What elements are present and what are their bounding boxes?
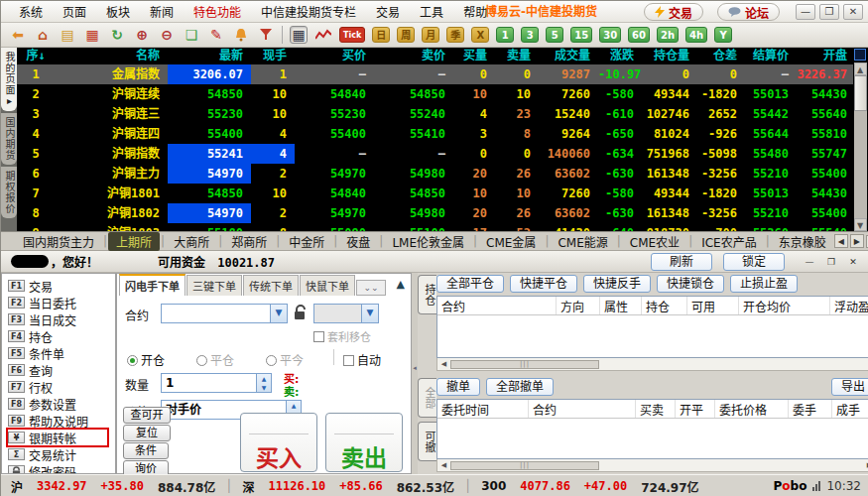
chart-icon[interactable] xyxy=(314,26,332,44)
reset-button[interactable]: 复位 xyxy=(123,425,171,441)
contract-combobox[interactable]: ▼ xyxy=(161,304,288,323)
positions-button-快捷锁仓[interactable]: 快捷锁仓 xyxy=(657,275,724,293)
positions-column-浮动盈亏[interactable]: 浮动盈亏 xyxy=(830,297,868,314)
quote-row[interactable]: 2沪铜连续5485010548405485010107260-58049344-… xyxy=(17,84,855,104)
buy-button[interactable]: 买入 xyxy=(240,413,317,472)
market-tab-CME农业[interactable]: CME农业 xyxy=(622,232,687,251)
interval-button-15[interactable]: 15 xyxy=(570,27,592,43)
positions-hscrollbar[interactable]: ◀ ||| ▶ xyxy=(436,358,868,371)
order-tab-快鼠下单[interactable]: 快鼠下单 xyxy=(300,275,355,296)
tree-item-持仓[interactable]: F4持仓 xyxy=(8,328,115,344)
column-header-11[interactable]: 仓差 xyxy=(697,48,745,64)
trade-minimize-icon[interactable]: — xyxy=(802,255,817,268)
orders-column-开平[interactable]: 开平 xyxy=(676,400,715,418)
pen-icon[interactable]: ✎ xyxy=(207,26,225,44)
menu-item-新闻[interactable]: 新闻 xyxy=(140,3,184,20)
lock-button[interactable]: 锁定 xyxy=(723,253,785,271)
tree-item-条件单[interactable]: F5条件单 xyxy=(8,345,115,361)
menu-item-工具[interactable]: 工具 xyxy=(410,3,453,20)
market-tab-ICE农产品[interactable]: ICE农产品 xyxy=(693,232,765,251)
tree-item-参数设置[interactable]: F8参数设置 xyxy=(8,396,115,412)
tree-item-行权[interactable]: F7行权 xyxy=(8,379,115,395)
positions-column-可用[interactable]: 可用 xyxy=(687,297,739,314)
scroll-left-icon[interactable]: ◀ xyxy=(437,460,450,471)
quote-row[interactable]: 9沪铜18035518085509055100175241430-6409187… xyxy=(17,223,855,231)
home-icon[interactable]: ⌂ xyxy=(34,26,52,44)
unlock-icon[interactable] xyxy=(294,305,308,323)
menu-item-板块[interactable]: 板块 xyxy=(96,3,140,20)
quote-row[interactable]: 6沪铜主力5497025497054980202663602-630161348… xyxy=(17,164,855,184)
sell-button[interactable]: 卖出 xyxy=(325,413,403,472)
orders-column-合约[interactable]: 合约 xyxy=(529,400,636,418)
order-tab-闪电手下单[interactable]: 闪电手下单 xyxy=(119,274,186,296)
column-header-5[interactable]: 卖价 xyxy=(374,48,453,64)
scroll-right-icon[interactable]: ▶ xyxy=(863,460,868,471)
blocks-icon[interactable]: ❏ xyxy=(183,26,200,44)
condition-button[interactable]: 条件 xyxy=(123,442,169,459)
positions-button-止损止盈[interactable]: 止损止盈 xyxy=(730,275,798,293)
column-header-2[interactable]: 最新 xyxy=(168,48,251,64)
orders-column-成手[interactable]: 成手 xyxy=(832,400,868,418)
back-icon[interactable]: ⬅ xyxy=(9,26,27,44)
refresh-icon[interactable]: ↻ xyxy=(108,26,126,44)
column-header-12[interactable]: 结算价 xyxy=(745,48,797,64)
quote-row[interactable]: 7沪铜18015485010548405485010107260-5804934… xyxy=(17,184,855,203)
market-tab-郑商所[interactable]: 郑商所 xyxy=(223,232,275,251)
market-tab-国内期货主力[interactable]: 国内期货主力 xyxy=(15,232,102,251)
arbitrage-checkbox[interactable]: 套利移仓 xyxy=(313,328,371,344)
menu-item-交易[interactable]: 交易 xyxy=(366,3,410,20)
secondary-combobox[interactable]: ▼ xyxy=(313,304,379,323)
tree-item-银期转帐[interactable]: ¥银期转帐 xyxy=(8,430,107,445)
interval-button-30[interactable]: 30 xyxy=(599,27,621,43)
menu-item-系统[interactable]: 系统 xyxy=(9,3,53,20)
close-radio[interactable]: 平仓 xyxy=(196,351,234,368)
scroll-thumb[interactable]: ||| xyxy=(450,461,599,470)
cancel-order-button[interactable]: 撤单 xyxy=(436,378,480,396)
quantity-stepper[interactable]: 1▲▼ xyxy=(161,373,272,393)
minimize-icon[interactable]: — xyxy=(796,4,815,20)
quote-row[interactable]: 8沪铜18025497025497054980202663602-6301613… xyxy=(17,203,855,223)
period-button-月[interactable]: 月 xyxy=(422,27,439,43)
scroll-down-icon[interactable]: ▼ xyxy=(854,218,867,231)
side-tab-期权报价[interactable]: 期权报价 xyxy=(1,167,17,218)
market-tab-CME能源[interactable]: CME能源 xyxy=(550,232,615,251)
positions-column-开仓均价[interactable]: 开仓均价 xyxy=(739,297,830,314)
positions-button-快捷反手[interactable]: 快捷反手 xyxy=(583,275,651,293)
market-tab-大商所[interactable]: 大商所 xyxy=(166,232,217,251)
trade-close-icon[interactable]: ✕ xyxy=(845,255,861,268)
orders-column-委托价格[interactable]: 委托价格 xyxy=(715,400,789,418)
orders-column-委手[interactable]: 委手 xyxy=(789,400,832,418)
positions-column-方向[interactable]: 方向 xyxy=(557,297,600,314)
spinner-arrows-icon[interactable]: ▲▼ xyxy=(256,374,271,392)
interval-button-1[interactable]: 1 xyxy=(496,27,514,43)
market-tab-LME伦敦金属[interactable]: LME伦敦金属 xyxy=(384,232,472,251)
chevron-down-icon[interactable]: ▼ xyxy=(361,305,378,322)
positions-button-全部平仓[interactable]: 全部平仓 xyxy=(436,275,504,293)
close-icon[interactable]: ✕ xyxy=(843,4,863,20)
forum-button[interactable]: 论坛 xyxy=(717,3,780,21)
notes-icon[interactable]: ▤ xyxy=(59,26,76,44)
column-header-8[interactable]: 成交量 xyxy=(539,48,598,64)
tick-button[interactable]: Tick xyxy=(339,27,365,43)
scroll-thumb[interactable] xyxy=(854,75,867,111)
bell-icon[interactable] xyxy=(232,26,250,44)
quote-vscrollbar[interactable]: ▲ ▼ xyxy=(853,48,867,231)
positions-column-合约[interactable]: 合约 xyxy=(437,297,557,314)
market-tab-CME金属[interactable]: CME金属 xyxy=(478,232,544,251)
tab-scroll-left-icon[interactable]: ◀ xyxy=(834,234,848,248)
restore-icon[interactable]: ❐ xyxy=(819,4,839,20)
close-today-radio[interactable]: 平今 xyxy=(266,351,304,368)
positions-button-快捷平仓[interactable]: 快捷平仓 xyxy=(510,275,577,293)
quote-row[interactable]: 1金属指数3206.071——009287-10.9700—3226.37 xyxy=(17,64,855,84)
zoom-out-icon[interactable]: ⊖ xyxy=(158,26,176,44)
cancel-all-button[interactable]: 全部撤单 xyxy=(486,378,554,396)
quote-table-icon[interactable]: ▦ xyxy=(290,26,308,44)
positions-column-属性[interactable]: 属性 xyxy=(600,297,642,314)
interval-button-Y[interactable]: Y xyxy=(714,27,732,43)
market-tab-东京橡胶[interactable]: 东京橡胶 xyxy=(771,232,834,251)
tree-item-修改密码[interactable]: 修改密码 xyxy=(8,463,115,474)
column-header-6[interactable]: 买量 xyxy=(453,48,495,64)
column-header-1[interactable]: 名称 xyxy=(57,48,168,64)
period-button-日[interactable]: 日 xyxy=(372,27,390,43)
interval-button-4h[interactable]: 4h xyxy=(685,27,707,43)
